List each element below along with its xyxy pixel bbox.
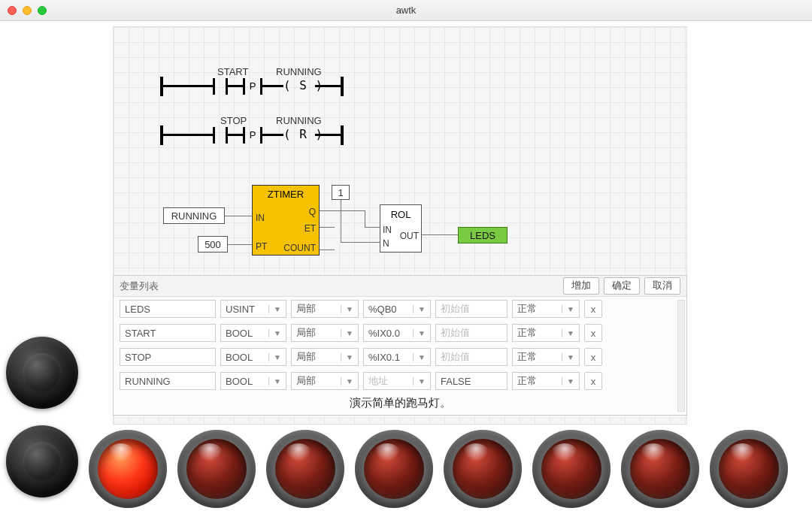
close-icon[interactable] bbox=[8, 6, 17, 15]
led-7[interactable] bbox=[710, 430, 788, 508]
variable-panel-header: 变量列表 增加 确定 取消 bbox=[114, 276, 686, 297]
chevron-down-icon: ▼ bbox=[562, 329, 574, 337]
chevron-down-icon: ▼ bbox=[268, 329, 281, 337]
maximize-icon[interactable] bbox=[38, 6, 47, 15]
rung2-coil-label: RUNNING bbox=[276, 115, 322, 126]
chevron-down-icon: ▼ bbox=[413, 377, 426, 386]
chevron-down-icon: ▼ bbox=[562, 377, 574, 386]
joystick-bottom[interactable] bbox=[6, 425, 78, 497]
leds-output-box[interactable]: LEDS bbox=[458, 227, 508, 243]
cancel-button[interactable]: 取消 bbox=[644, 277, 680, 295]
rung2-wire4 bbox=[315, 134, 341, 136]
rung2-contact[interactable] bbox=[213, 127, 228, 144]
var-name-field[interactable]: LEDS bbox=[120, 300, 216, 318]
chevron-down-icon: ▼ bbox=[268, 377, 281, 386]
var-init-field[interactable]: 初始值 bbox=[435, 324, 508, 342]
joystick-top[interactable] bbox=[6, 337, 78, 409]
var-type-select[interactable]: BOOL▼ bbox=[220, 372, 286, 390]
delete-row-button[interactable]: x bbox=[584, 372, 602, 390]
ok-button[interactable]: 确定 bbox=[604, 277, 640, 295]
rung1-contact-label: START bbox=[217, 66, 248, 77]
chevron-down-icon: ▼ bbox=[413, 329, 426, 337]
chevron-down-icon: ▼ bbox=[268, 353, 281, 361]
rung1-wire4 bbox=[315, 85, 341, 87]
minimize-icon[interactable] bbox=[23, 6, 32, 15]
rung1-contact[interactable] bbox=[213, 78, 228, 95]
led-4[interactable] bbox=[444, 430, 522, 508]
variable-scrollbar[interactable] bbox=[677, 300, 685, 412]
chevron-down-icon: ▼ bbox=[341, 329, 353, 337]
const-1-box[interactable]: 1 bbox=[332, 185, 350, 200]
var-init-field[interactable]: 初始值 bbox=[435, 348, 508, 366]
rung2-contact-label: STOP bbox=[220, 115, 247, 126]
wire-q-v bbox=[365, 210, 365, 227]
window-traffic-lights bbox=[8, 6, 47, 15]
rung1-wire2 bbox=[228, 85, 243, 87]
led-2[interactable] bbox=[266, 430, 344, 508]
rol-out-port: OUT bbox=[400, 231, 419, 241]
var-name-field[interactable]: STOP bbox=[120, 348, 216, 366]
rol-title: ROL bbox=[380, 205, 421, 220]
rung1-wire3 bbox=[262, 85, 283, 87]
var-scope-select[interactable]: 局部▼ bbox=[291, 324, 359, 342]
rung2-right-rail bbox=[341, 125, 344, 145]
demo-caption: 演示简单的跑马灯。 bbox=[114, 393, 686, 415]
variable-panel: 变量列表 增加 确定 取消 LEDSUSINT▼局部▼%QB0▼初始值正常▼xS… bbox=[113, 275, 687, 416]
var-scope-select[interactable]: 局部▼ bbox=[291, 372, 359, 390]
var-status-select[interactable]: 正常▼ bbox=[512, 300, 580, 318]
chevron-down-icon: ▼ bbox=[268, 305, 281, 313]
var-address-select[interactable]: %IX0.1▼ bbox=[363, 348, 431, 366]
variable-row: LEDSUSINT▼局部▼%QB0▼初始值正常▼x bbox=[114, 297, 686, 321]
rung1-pulse-contact[interactable]: P bbox=[243, 78, 262, 95]
chevron-down-icon: ▼ bbox=[413, 353, 426, 361]
rung2-wire2 bbox=[228, 134, 243, 136]
variable-rows: LEDSUSINT▼局部▼%QB0▼初始值正常▼xSTARTBOOL▼局部▼%I… bbox=[114, 297, 686, 393]
rung1-right-rail bbox=[341, 77, 344, 96]
ztimer-block[interactable]: ZTIMER IN PT Q ET COUNT bbox=[252, 185, 320, 256]
var-init-field[interactable]: 初始值 bbox=[435, 300, 508, 318]
ztimer-title: ZTIMER bbox=[253, 186, 319, 201]
chevron-down-icon: ▼ bbox=[562, 353, 574, 361]
window-titlebar: awtk bbox=[0, 0, 812, 21]
add-button[interactable]: 增加 bbox=[563, 277, 599, 295]
led-3[interactable] bbox=[355, 430, 433, 508]
rol-in-port: IN bbox=[383, 225, 392, 235]
delete-row-button[interactable]: x bbox=[584, 324, 602, 342]
chevron-down-icon: ▼ bbox=[341, 377, 353, 386]
wire-q bbox=[320, 210, 365, 211]
wire-q-in bbox=[365, 227, 380, 228]
led-6[interactable] bbox=[621, 430, 699, 508]
var-address-select[interactable]: %QB0▼ bbox=[363, 300, 431, 318]
led-5[interactable] bbox=[532, 430, 611, 508]
var-type-select[interactable]: BOOL▼ bbox=[220, 324, 286, 342]
led-1[interactable] bbox=[177, 430, 256, 508]
delete-row-button[interactable]: x bbox=[584, 300, 602, 318]
var-status-select[interactable]: 正常▼ bbox=[512, 372, 580, 390]
var-scope-select[interactable]: 局部▼ bbox=[291, 348, 359, 366]
delete-row-button[interactable]: x bbox=[584, 348, 602, 366]
chevron-down-icon: ▼ bbox=[341, 353, 353, 361]
wire-count bbox=[320, 249, 335, 250]
ztimer-in-port: IN bbox=[256, 213, 265, 223]
var-init-field[interactable]: FALSE bbox=[435, 372, 508, 390]
rung1-wire bbox=[160, 85, 213, 87]
chevron-down-icon: ▼ bbox=[413, 305, 426, 313]
running-value-box[interactable]: RUNNING bbox=[163, 207, 225, 224]
led-0[interactable] bbox=[89, 430, 167, 508]
ztimer-q-port: Q bbox=[309, 207, 316, 217]
var-scope-select[interactable]: 局部▼ bbox=[291, 300, 359, 318]
var-address-select[interactable]: 地址▼ bbox=[363, 372, 431, 390]
var-type-select[interactable]: USINT▼ bbox=[220, 300, 286, 318]
var-name-field[interactable]: RUNNING bbox=[120, 372, 216, 390]
var-type-select[interactable]: BOOL▼ bbox=[220, 348, 286, 366]
const-500-box[interactable]: 500 bbox=[198, 236, 228, 252]
rung1-coil-label: RUNNING bbox=[276, 66, 322, 77]
var-status-select[interactable]: 正常▼ bbox=[512, 324, 580, 342]
rung2-pulse-contact[interactable]: P bbox=[243, 127, 262, 144]
window-title: awtk bbox=[0, 5, 812, 16]
var-name-field[interactable]: START bbox=[120, 324, 216, 342]
rol-block[interactable]: ROL IN N OUT bbox=[380, 204, 422, 252]
wire-running-in bbox=[225, 216, 252, 216]
var-status-select[interactable]: 正常▼ bbox=[512, 348, 580, 366]
var-address-select[interactable]: %IX0.0▼ bbox=[363, 324, 431, 342]
